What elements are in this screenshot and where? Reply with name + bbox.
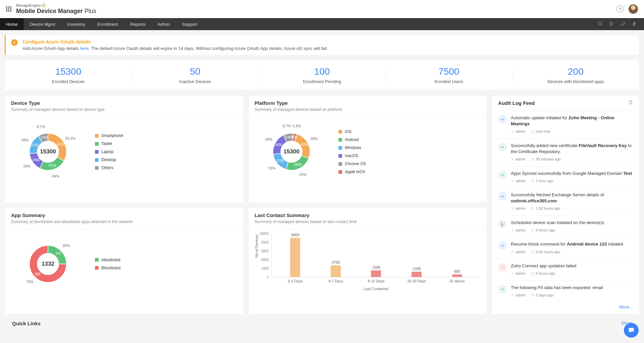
bar	[290, 238, 300, 277]
nav-item-admin[interactable]: Admin	[152, 18, 176, 30]
legend-swatch	[95, 258, 99, 262]
legend-item: Chrome OS	[338, 161, 366, 166]
bar-value: 600	[454, 269, 460, 273]
nav-item-support[interactable]: Support	[176, 18, 204, 30]
audit-user: admin	[511, 250, 526, 255]
svg-point-31	[512, 208, 513, 209]
legend-item: Windows	[338, 145, 366, 150]
nav-item-inventory[interactable]: Inventory	[61, 18, 91, 30]
svg-text:25%: 25%	[62, 243, 70, 247]
alert-link[interactable]: here	[80, 46, 89, 51]
audit-text: Scheduled device scan initiated on the d…	[511, 220, 633, 233]
audit-item[interactable]: Successfully added new certificate FileV…	[492, 138, 639, 166]
check-icon	[498, 285, 507, 293]
audit-item[interactable]: Apps Synced successfully from Google Man…	[492, 166, 639, 188]
topbar: ManageEngine Mobile Device Manager Plus …	[0, 0, 644, 18]
card-title: App Summary	[11, 212, 237, 218]
check-icon	[498, 192, 507, 201]
svg-text:333: 333	[55, 252, 61, 255]
apps-grid-icon[interactable]	[6, 6, 11, 12]
alert-banner: ! Configure Azure OAuth details Add Azur…	[5, 35, 639, 55]
y-tick: 8000	[255, 241, 269, 244]
audit-item[interactable]: Resume Kiosk command for Android device …	[492, 237, 639, 259]
svg-point-27	[512, 158, 513, 159]
kpi[interactable]: 7500Enrolled Users	[386, 66, 513, 84]
audit-time: 1:30 hours ago	[531, 206, 560, 211]
nav-item-reports[interactable]: Reports	[124, 18, 152, 30]
legend-label: Blocklisted	[101, 266, 120, 270]
alert-icon: !	[11, 39, 18, 46]
play-icon[interactable]	[609, 21, 614, 27]
check-icon	[498, 143, 507, 151]
legend-swatch	[95, 158, 99, 162]
x-axis-label: Last Contacted	[271, 287, 481, 291]
legend-label: Laptop	[101, 149, 114, 154]
brand-bold: Mobile Device Manager	[16, 8, 83, 14]
bar-x-label: 16-30 Days	[407, 279, 427, 283]
audit-more-link[interactable]: More...	[620, 304, 633, 310]
svg-point-33	[512, 229, 513, 230]
brand-swirl-icon	[42, 4, 46, 7]
svg-text:18%: 18%	[21, 138, 29, 142]
kpi-value: 100	[259, 66, 385, 77]
card-sub: Summary of managed devices based on last…	[255, 219, 481, 224]
brand: ManageEngine Mobile Device Manager Plus	[16, 3, 96, 15]
svg-point-0	[599, 22, 601, 24]
legend-label: Windows	[345, 145, 361, 150]
audit-user: admin	[511, 228, 526, 233]
bar-col: 2700	[326, 260, 346, 277]
nav-item-enrollment[interactable]: Enrollment	[91, 18, 124, 30]
bar-value: 2700	[332, 260, 340, 264]
y-tick: 6000	[255, 249, 269, 253]
svg-text:2400: 2400	[32, 158, 40, 162]
legend-item: iOS	[338, 129, 366, 134]
search-icon[interactable]	[598, 21, 603, 27]
kpi[interactable]: 15300Enrolled Devices	[5, 66, 132, 84]
bar-value: 1200	[413, 267, 421, 271]
audit-user: admin	[511, 293, 526, 298]
bar-col: 1200	[407, 267, 427, 277]
audit-item[interactable]: Successfully fetched Exchange Server det…	[492, 188, 639, 215]
platform-card: Platform TypeSummary of managed devices …	[248, 95, 487, 203]
kpi-row: 15300Enrolled Devices50Inactive Devices1…	[5, 60, 639, 90]
legend-swatch	[338, 146, 342, 150]
bar-x-label: 31 above	[447, 279, 467, 283]
legend-item: Apple tvOS	[338, 169, 366, 174]
audit-item[interactable]: LScheduled device scan initiated on the …	[492, 215, 639, 237]
kpi-value: 50	[132, 66, 258, 77]
nav-item-device-mgmt[interactable]: Device Mgmt	[24, 18, 61, 30]
donut-center: 15300	[40, 148, 56, 155]
audit-item[interactable]: Automatic update initiated for Zoho Meet…	[492, 111, 639, 138]
alert-icon: !	[498, 263, 507, 272]
rocket-icon[interactable]	[621, 21, 626, 27]
legend-item: Blocklisted	[95, 266, 120, 270]
svg-text:999: 999	[35, 272, 41, 276]
audit-item[interactable]: The following PII data has been exported…	[492, 280, 639, 302]
kpi[interactable]: 200Devices with blocklisted apps	[513, 66, 639, 84]
audit-user: admin	[511, 157, 526, 162]
avatar[interactable]	[629, 4, 638, 14]
legend-label: Android	[345, 137, 359, 142]
bolt-icon[interactable]	[632, 21, 637, 27]
refresh-icon[interactable]	[628, 100, 633, 106]
svg-text:3700: 3700	[49, 164, 56, 167]
kpi[interactable]: 50Inactive Devices	[132, 66, 259, 84]
legend-label: Smartphone	[101, 133, 123, 138]
kpi-value: 200	[513, 66, 639, 77]
nav-item-home[interactable]: Home	[0, 18, 24, 30]
svg-text:28%: 28%	[310, 137, 318, 141]
y-tick: 2000	[255, 267, 269, 270]
svg-text:3000: 3000	[275, 143, 282, 147]
legend-label: Others	[101, 165, 113, 170]
help-icon[interactable]: ?	[616, 5, 624, 13]
brand-company: ManageEngine	[16, 3, 41, 8]
audit-item[interactable]: !Zoho Connect app updation failedadmin4 …	[492, 259, 639, 280]
audit-time: 2 days ago	[531, 293, 554, 298]
audit-card: Audit Log Feed Automatic update initiate…	[492, 95, 639, 315]
kpi[interactable]: 100Enrollment Pending	[259, 66, 385, 84]
legend-item: macOS	[338, 153, 366, 158]
legend-label: Allowlisted	[101, 258, 120, 262]
kpi-label: Enrolled Devices	[5, 79, 131, 84]
svg-text:2700: 2700	[277, 159, 284, 163]
y-tick: 0	[255, 275, 269, 279]
